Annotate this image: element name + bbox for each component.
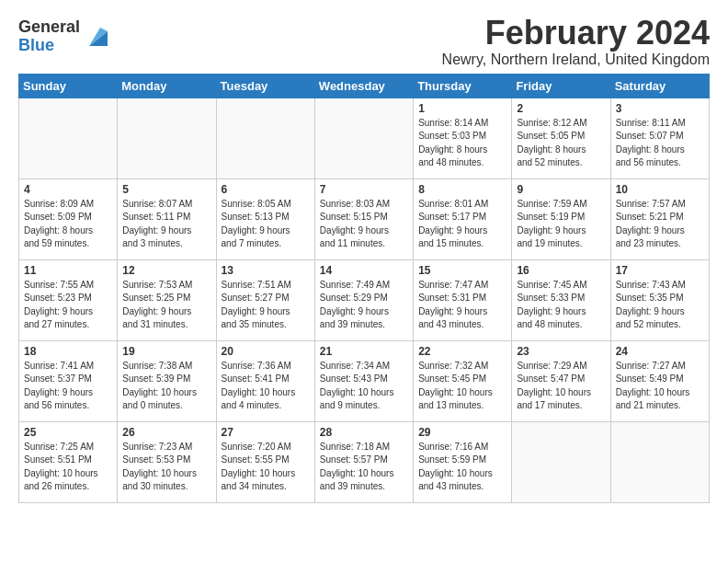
day-number: 1 [418, 102, 506, 115]
day-number: 6 [222, 183, 310, 196]
day-info: Sunrise: 8:14 AM Sunset: 5:03 PM Dayligh… [418, 117, 506, 170]
week-row-4: 18Sunrise: 7:41 AM Sunset: 5:37 PM Dayli… [19, 340, 710, 421]
day-info: Sunrise: 7:41 AM Sunset: 5:37 PM Dayligh… [24, 360, 112, 413]
calendar-cell: 15Sunrise: 7:47 AM Sunset: 5:31 PM Dayli… [414, 259, 512, 340]
day-number: 16 [517, 264, 605, 277]
calendar-cell: 3Sunrise: 8:11 AM Sunset: 5:07 PM Daylig… [610, 98, 709, 178]
logo-general: General [18, 17, 80, 36]
day-number: 21 [320, 345, 408, 358]
calendar-cell: 18Sunrise: 7:41 AM Sunset: 5:37 PM Dayli… [19, 340, 118, 421]
weekday-header-friday: Friday [512, 74, 610, 98]
day-info: Sunrise: 8:07 AM Sunset: 5:11 PM Dayligh… [122, 198, 210, 251]
week-row-2: 4Sunrise: 8:09 AM Sunset: 5:09 PM Daylig… [19, 178, 710, 259]
calendar-cell: 8Sunrise: 8:01 AM Sunset: 5:17 PM Daylig… [414, 178, 512, 259]
calendar-cell: 4Sunrise: 8:09 AM Sunset: 5:09 PM Daylig… [19, 178, 118, 259]
day-number: 12 [122, 264, 210, 277]
day-info: Sunrise: 7:57 AM Sunset: 5:21 PM Dayligh… [616, 198, 704, 251]
day-info: Sunrise: 7:27 AM Sunset: 5:49 PM Dayligh… [616, 360, 704, 413]
day-info: Sunrise: 7:20 AM Sunset: 5:55 PM Dayligh… [222, 441, 310, 494]
day-info: Sunrise: 7:38 AM Sunset: 5:39 PM Dayligh… [122, 360, 210, 413]
weekday-header-tuesday: Tuesday [216, 74, 314, 98]
day-info: Sunrise: 7:53 AM Sunset: 5:25 PM Dayligh… [122, 279, 210, 332]
calendar-cell: 11Sunrise: 7:55 AM Sunset: 5:23 PM Dayli… [19, 259, 118, 340]
day-number: 3 [616, 102, 704, 115]
calendar-cell: 17Sunrise: 7:43 AM Sunset: 5:35 PM Dayli… [610, 259, 709, 340]
calendar-cell: 28Sunrise: 7:18 AM Sunset: 5:57 PM Dayli… [314, 421, 413, 502]
calendar-cell: 5Sunrise: 8:07 AM Sunset: 5:11 PM Daylig… [118, 178, 216, 259]
calendar: SundayMondayTuesdayWednesdayThursdayFrid… [18, 74, 710, 503]
day-number: 4 [24, 183, 112, 196]
header: General Blue February 2024 Newry, Northe… [18, 15, 710, 68]
day-info: Sunrise: 8:05 AM Sunset: 5:13 PM Dayligh… [222, 198, 310, 251]
calendar-cell: 2Sunrise: 8:12 AM Sunset: 5:05 PM Daylig… [512, 98, 610, 178]
day-number: 29 [418, 426, 506, 439]
day-number: 10 [616, 183, 704, 196]
weekday-header-saturday: Saturday [610, 74, 709, 98]
weekday-header-row: SundayMondayTuesdayWednesdayThursdayFrid… [19, 74, 710, 98]
calendar-cell [118, 98, 216, 178]
calendar-cell: 20Sunrise: 7:36 AM Sunset: 5:41 PM Dayli… [216, 340, 314, 421]
title-area: February 2024 Newry, Northern Ireland, U… [442, 15, 710, 68]
calendar-cell: 26Sunrise: 7:23 AM Sunset: 5:53 PM Dayli… [118, 421, 216, 502]
day-info: Sunrise: 7:45 AM Sunset: 5:33 PM Dayligh… [517, 279, 605, 332]
day-info: Sunrise: 7:16 AM Sunset: 5:59 PM Dayligh… [418, 441, 506, 494]
calendar-cell [610, 421, 709, 502]
day-info: Sunrise: 7:55 AM Sunset: 5:23 PM Dayligh… [24, 279, 112, 332]
day-number: 5 [122, 183, 210, 196]
day-number: 27 [222, 426, 310, 439]
calendar-cell [512, 421, 610, 502]
calendar-cell: 9Sunrise: 7:59 AM Sunset: 5:19 PM Daylig… [512, 178, 610, 259]
calendar-cell: 14Sunrise: 7:49 AM Sunset: 5:29 PM Dayli… [314, 259, 413, 340]
day-number: 17 [616, 264, 704, 277]
logo: General Blue [18, 18, 108, 55]
calendar-cell: 19Sunrise: 7:38 AM Sunset: 5:39 PM Dayli… [118, 340, 216, 421]
day-number: 14 [320, 264, 408, 277]
calendar-cell: 22Sunrise: 7:32 AM Sunset: 5:45 PM Dayli… [414, 340, 512, 421]
location: Newry, Northern Ireland, United Kingdom [442, 52, 710, 68]
day-number: 26 [122, 426, 210, 439]
calendar-cell: 7Sunrise: 8:03 AM Sunset: 5:15 PM Daylig… [314, 178, 413, 259]
logo-blue: Blue [18, 36, 54, 54]
calendar-cell: 13Sunrise: 7:51 AM Sunset: 5:27 PM Dayli… [216, 259, 314, 340]
weekday-header-wednesday: Wednesday [314, 74, 413, 98]
day-number: 23 [517, 345, 605, 358]
weekday-header-monday: Monday [118, 74, 216, 98]
day-info: Sunrise: 8:11 AM Sunset: 5:07 PM Dayligh… [616, 117, 704, 170]
day-number: 28 [320, 426, 408, 439]
day-info: Sunrise: 7:49 AM Sunset: 5:29 PM Dayligh… [320, 279, 408, 332]
calendar-cell: 24Sunrise: 7:27 AM Sunset: 5:49 PM Dayli… [610, 340, 709, 421]
day-info: Sunrise: 7:34 AM Sunset: 5:43 PM Dayligh… [320, 360, 408, 413]
day-info: Sunrise: 7:51 AM Sunset: 5:27 PM Dayligh… [222, 279, 310, 332]
calendar-cell [216, 98, 314, 178]
day-info: Sunrise: 8:03 AM Sunset: 5:15 PM Dayligh… [320, 198, 408, 251]
day-info: Sunrise: 8:01 AM Sunset: 5:17 PM Dayligh… [418, 198, 506, 251]
day-number: 22 [418, 345, 506, 358]
day-number: 18 [24, 345, 112, 358]
day-number: 2 [517, 102, 605, 115]
calendar-cell: 1Sunrise: 8:14 AM Sunset: 5:03 PM Daylig… [414, 98, 512, 178]
day-info: Sunrise: 7:29 AM Sunset: 5:47 PM Dayligh… [517, 360, 605, 413]
day-number: 24 [616, 345, 704, 358]
day-info: Sunrise: 7:47 AM Sunset: 5:31 PM Dayligh… [418, 279, 506, 332]
day-info: Sunrise: 7:36 AM Sunset: 5:41 PM Dayligh… [222, 360, 310, 413]
calendar-cell: 29Sunrise: 7:16 AM Sunset: 5:59 PM Dayli… [414, 421, 512, 502]
calendar-cell [314, 98, 413, 178]
day-number: 25 [24, 426, 112, 439]
day-info: Sunrise: 8:12 AM Sunset: 5:05 PM Dayligh… [517, 117, 605, 170]
weekday-header-sunday: Sunday [19, 74, 118, 98]
day-info: Sunrise: 7:59 AM Sunset: 5:19 PM Dayligh… [517, 198, 605, 251]
week-row-1: 1Sunrise: 8:14 AM Sunset: 5:03 PM Daylig… [19, 98, 710, 178]
day-number: 8 [418, 183, 506, 196]
logo-icon [82, 24, 108, 50]
week-row-5: 25Sunrise: 7:25 AM Sunset: 5:51 PM Dayli… [19, 421, 710, 502]
calendar-cell: 23Sunrise: 7:29 AM Sunset: 5:47 PM Dayli… [512, 340, 610, 421]
calendar-cell: 12Sunrise: 7:53 AM Sunset: 5:25 PM Dayli… [118, 259, 216, 340]
day-number: 9 [517, 183, 605, 196]
calendar-cell: 16Sunrise: 7:45 AM Sunset: 5:33 PM Dayli… [512, 259, 610, 340]
day-info: Sunrise: 7:23 AM Sunset: 5:53 PM Dayligh… [122, 441, 210, 494]
month-year: February 2024 [442, 15, 710, 52]
day-info: Sunrise: 7:18 AM Sunset: 5:57 PM Dayligh… [320, 441, 408, 494]
day-info: Sunrise: 7:43 AM Sunset: 5:35 PM Dayligh… [616, 279, 704, 332]
calendar-cell: 25Sunrise: 7:25 AM Sunset: 5:51 PM Dayli… [19, 421, 118, 502]
day-info: Sunrise: 8:09 AM Sunset: 5:09 PM Dayligh… [24, 198, 112, 251]
